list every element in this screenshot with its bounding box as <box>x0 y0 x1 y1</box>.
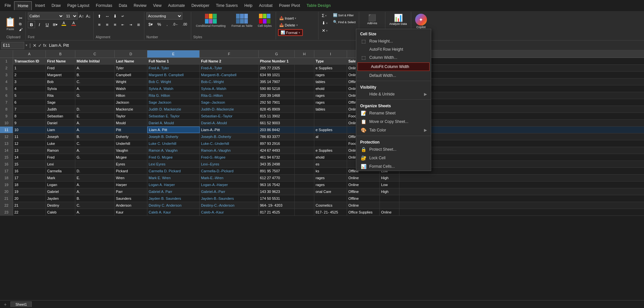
align-left-button[interactable]: ≡ <box>96 21 103 28</box>
cell-i4[interactable]: tables <box>314 78 347 85</box>
cell-a9[interactable]: 8 <box>13 113 46 119</box>
cell-e11[interactable]: Liam A. Pitt <box>147 127 200 133</box>
cell-c22[interactable]: C. <box>75 202 115 209</box>
cell-c8[interactable]: D. <box>75 106 115 112</box>
cell-b1[interactable]: First Name <box>46 58 75 64</box>
cell-e20[interactable]: Gabriel A. Parr <box>147 188 200 195</box>
cell-b8[interactable]: Judith <box>46 106 75 112</box>
col-header-h[interactable]: H <box>295 50 314 58</box>
cell-d8[interactable]: Mackenzie <box>115 106 147 112</box>
font-color-button[interactable]: A <box>69 21 78 28</box>
cell-i14[interactable]: e Supplies <box>314 147 347 154</box>
cell-g9[interactable]: 815 11 3902 <box>259 113 295 119</box>
cell-i17[interactable]: ks <box>314 168 347 174</box>
tab-power-pivot[interactable]: Power Pivot <box>276 1 303 10</box>
cell-a15[interactable]: 14 <box>13 154 46 161</box>
cell-d7[interactable]: Jackson <box>115 99 147 106</box>
cell-d23[interactable]: Kaur <box>115 209 147 215</box>
format-cells-item[interactable]: 📊 Format Cells... <box>356 162 431 171</box>
increase-font-button[interactable]: A↑ <box>78 14 84 19</box>
cell-e17[interactable]: Carmella D. Pickard <box>147 168 200 174</box>
cell-a7[interactable]: 6 <box>13 99 46 106</box>
cell-h_sep20[interactable] <box>295 188 314 195</box>
cell-h_sep5[interactable] <box>295 85 314 92</box>
cell-e8[interactable]: Judith D. Mackenzie <box>147 106 200 112</box>
cell-b9[interactable]: Sebastian <box>46 113 75 119</box>
cell-f19[interactable]: Logan-A.-Harper <box>200 181 259 188</box>
cell-d1[interactable]: Last Name <box>115 58 147 64</box>
wrap-text-button[interactable]: ↵ <box>119 12 126 20</box>
cell-b7[interactable]: Sage <box>46 99 75 106</box>
currency-button[interactable]: $▾ <box>146 21 155 28</box>
sort-filter-button[interactable]: 🔤Sort & Filter <box>332 12 357 18</box>
cell-d3[interactable]: Campbell <box>115 72 147 78</box>
cell-f21[interactable]: Jayden-B.-Saunders <box>200 195 259 202</box>
tab-color-item[interactable]: 🎨 Tab Color ▶ <box>356 126 431 134</box>
cell-h1[interactable] <box>295 58 314 64</box>
autofit-column-width-item[interactable]: AutoFit Column Width <box>358 62 430 71</box>
cell-c14[interactable]: A. <box>75 147 115 154</box>
find-select-button[interactable]: 🔍Find & Select <box>332 19 357 25</box>
cell-b11[interactable]: Liam <box>46 127 75 133</box>
percent-button[interactable]: % <box>156 21 163 28</box>
format-button[interactable]: 📊Format▾ <box>278 29 303 36</box>
cell-reference-input[interactable] <box>1 42 24 49</box>
cell-c23[interactable]: A. <box>75 209 115 215</box>
delete-button[interactable]: 📤Delete▾ <box>278 22 303 28</box>
cell-g3[interactable]: 634 99 1021 <box>259 72 295 78</box>
cell-c17[interactable]: D. <box>75 168 115 174</box>
cell-h_sep16[interactable] <box>295 161 314 167</box>
cell-g19[interactable]: 963 16 7542 <box>259 181 295 188</box>
cell-h_sep6[interactable] <box>295 92 314 99</box>
cell-f12[interactable]: Joseph-B.-Doherty <box>200 133 259 140</box>
tab-page-layout[interactable]: Page Layout <box>64 1 92 10</box>
paste-button[interactable]: 📋 Paste <box>3 16 17 31</box>
function-icon[interactable]: fx <box>43 43 46 48</box>
cell-b16[interactable]: Lexi <box>46 161 75 167</box>
cell-d19[interactable]: Harper <box>115 181 147 188</box>
cell-b3[interactable]: Margaret <box>46 72 75 78</box>
add-sheet-button[interactable]: + <box>1 301 9 303</box>
cell-a23[interactable]: 22 <box>13 209 46 215</box>
cell-b17[interactable]: Carmella <box>46 168 75 174</box>
cell-b6[interactable]: Rita <box>46 92 75 99</box>
cell-i16[interactable]: es <box>314 161 347 167</box>
cell-a13[interactable]: 12 <box>13 140 46 147</box>
cell-i5[interactable]: ehold <box>314 85 347 92</box>
cell-h_sep12[interactable] <box>295 133 314 140</box>
cell-g20[interactable]: 143 30 9623 <box>259 188 295 195</box>
cell-g11[interactable]: 203 86 8442 <box>259 127 295 133</box>
align-middle-button[interactable]: ↔ <box>103 12 111 20</box>
cell-e12[interactable]: Joseph B. Doherty <box>147 133 200 140</box>
cell-e18[interactable]: Mark E. Wren <box>147 175 200 181</box>
increase-decimal-button[interactable]: .00 <box>180 21 189 28</box>
cell-e14[interactable]: Ramon A. Vaughn <box>147 147 200 154</box>
tab-time-savers[interactable]: Time Savers <box>212 1 241 10</box>
align-top-button[interactable]: ⬆ <box>96 12 103 20</box>
cell-a2[interactable]: 1 <box>13 65 46 71</box>
cell-j23[interactable]: Office Supplies <box>347 209 380 215</box>
cell-d9[interactable]: Taylor <box>115 113 147 119</box>
cell-b13[interactable]: Luke <box>46 140 75 147</box>
cell-c4[interactable]: C. <box>75 78 115 85</box>
format-as-table-button[interactable]: Format as Table <box>230 12 254 35</box>
cell-h_sep4[interactable] <box>295 78 314 85</box>
underline-button[interactable]: U <box>44 21 51 28</box>
cell-f20[interactable]: Gabriel-A.-Parr <box>200 188 259 195</box>
cell-c18[interactable]: E. <box>75 175 115 181</box>
tab-insert[interactable]: Insert <box>32 1 48 10</box>
cell-h_sep11[interactable] <box>295 127 314 133</box>
cell-i9[interactable] <box>314 113 347 119</box>
cell-f5[interactable]: Sylvia-A.-Walsh <box>200 85 259 92</box>
cell-b18[interactable]: Mark <box>46 175 75 181</box>
cell-c7[interactable] <box>75 99 115 106</box>
cell-c21[interactable]: B. <box>75 195 115 202</box>
cell-g10[interactable]: 661 52 9003 <box>259 120 295 126</box>
cell-j18[interactable]: Online <box>347 175 380 181</box>
cell-g6[interactable]: 200 39 1468 <box>259 92 295 99</box>
cell-d15[interactable]: Mcgee <box>115 154 147 161</box>
cell-b23[interactable]: Caleb <box>46 209 75 215</box>
cell-i3[interactable]: rages <box>314 72 347 78</box>
cell-j21[interactable]: Offline <box>347 195 380 202</box>
cell-h_sep10[interactable] <box>295 120 314 126</box>
